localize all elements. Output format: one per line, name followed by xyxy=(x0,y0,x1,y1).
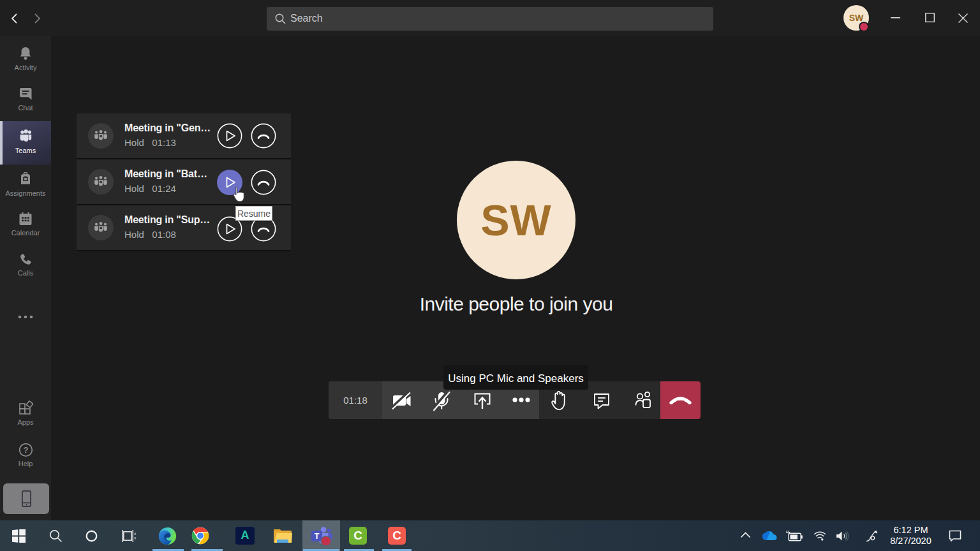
svg-text:?: ? xyxy=(23,446,28,455)
svg-text:T: T xyxy=(315,532,320,541)
